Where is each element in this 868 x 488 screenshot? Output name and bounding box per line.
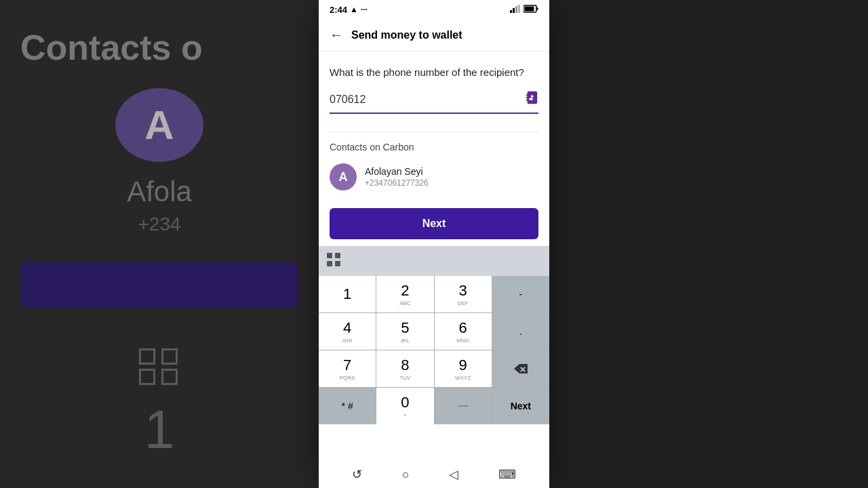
nav-recent-icon[interactable]: ↺: [352, 467, 362, 482]
svg-rect-0: [510, 10, 512, 13]
keyboard-area: 1 2ABC 3DEF - 4GHI 5JKL 6MNO . 7PQRS 8TU…: [319, 246, 549, 424]
key-4[interactable]: 4GHI: [319, 313, 376, 350]
contact-picker-button[interactable]: [524, 90, 538, 108]
keyboard-toolbar: [319, 246, 549, 276]
key-7[interactable]: 7PQRS: [319, 350, 376, 387]
bg-purple-bar: [20, 262, 298, 308]
contact-item[interactable]: A Afolayan Seyi +2347061277326: [330, 161, 538, 193]
status-time: 2:44: [330, 5, 347, 15]
svg-rect-8: [335, 253, 340, 258]
contacts-section: Contacts on Carbon A Afolayan Seyi +2347…: [319, 132, 549, 201]
next-button[interactable]: Next: [330, 208, 538, 239]
contact-book-icon: [524, 90, 538, 105]
svg-rect-11: [458, 405, 469, 407]
svg-rect-5: [537, 7, 538, 10]
battery-icon: [524, 5, 538, 15]
form-section: What is the phone number of the recipien…: [319, 52, 549, 122]
status-left: 2:44 ▲ ···: [330, 5, 368, 15]
bottom-nav: ↺ ○ ◁ ⌨: [319, 461, 549, 488]
bg-contacts-title: Contacts o: [20, 27, 203, 68]
key-dot[interactable]: .: [492, 313, 549, 350]
bg-left-panel: Contacts o A Afola +234 1: [0, 0, 319, 488]
status-bar: 2:44 ▲ ···: [319, 0, 549, 19]
nav-back-icon[interactable]: ◁: [449, 467, 458, 482]
bg-avatar: A: [115, 88, 203, 162]
contact-avatar: A: [330, 163, 357, 190]
status-right: [510, 5, 538, 15]
keyboard-next-button[interactable]: Next: [492, 388, 549, 424]
phone-screen: 2:44 ▲ ··· ← S: [319, 0, 549, 488]
key-8[interactable]: 8TUV: [376, 350, 433, 387]
contact-phone: +2347061277326: [365, 178, 429, 188]
key-6[interactable]: 6MNO: [435, 313, 492, 350]
key-5[interactable]: 5JKL: [376, 313, 433, 350]
keyboard-grid-icon: [327, 253, 340, 269]
nav-home-icon[interactable]: ○: [402, 468, 410, 482]
question-label: What is the phone number of the recipien…: [330, 65, 538, 79]
nav-keyboard-icon[interactable]: ⌨: [498, 467, 516, 482]
contact-name: Afolayan Seyi: [365, 166, 429, 177]
warning-icon: ▲: [350, 5, 358, 14]
signal-icon: [510, 5, 521, 15]
phone-input-row: [330, 90, 538, 114]
key-space[interactable]: [435, 388, 492, 424]
phone-input[interactable]: [330, 94, 524, 106]
contact-initials: A: [339, 170, 348, 184]
header-title: Send money to wallet: [351, 29, 462, 41]
bg-grid: [139, 348, 180, 385]
svg-rect-10: [335, 261, 340, 266]
content-area: What is the phone number of the recipien…: [319, 52, 549, 461]
key-star-hash[interactable]: * #: [319, 388, 376, 424]
svg-rect-3: [518, 5, 520, 13]
key-backspace[interactable]: [492, 350, 549, 387]
svg-rect-7: [327, 253, 332, 258]
key-2[interactable]: 2ABC: [376, 276, 433, 312]
back-button[interactable]: ←: [330, 27, 343, 43]
header: ← Send money to wallet: [319, 19, 549, 52]
svg-rect-1: [513, 8, 515, 13]
bg-number-1: 1: [144, 399, 175, 461]
contacts-section-title: Contacts on Carbon: [330, 142, 538, 152]
key-dash[interactable]: -: [492, 276, 549, 312]
keyboard-grid: 1 2ABC 3DEF - 4GHI 5JKL 6MNO . 7PQRS 8TU…: [319, 276, 549, 424]
svg-rect-9: [327, 261, 332, 266]
key-1[interactable]: 1: [319, 276, 376, 312]
svg-rect-6: [525, 6, 534, 11]
key-3[interactable]: 3DEF: [435, 276, 492, 312]
key-0[interactable]: 0+: [376, 388, 433, 424]
contact-info: Afolayan Seyi +2347061277326: [365, 166, 429, 188]
key-9[interactable]: 9WXYZ: [435, 350, 492, 387]
more-icon: ···: [361, 5, 368, 14]
svg-rect-2: [515, 6, 517, 13]
bg-phone: +234: [138, 214, 180, 235]
bg-name: Afola: [127, 176, 192, 208]
